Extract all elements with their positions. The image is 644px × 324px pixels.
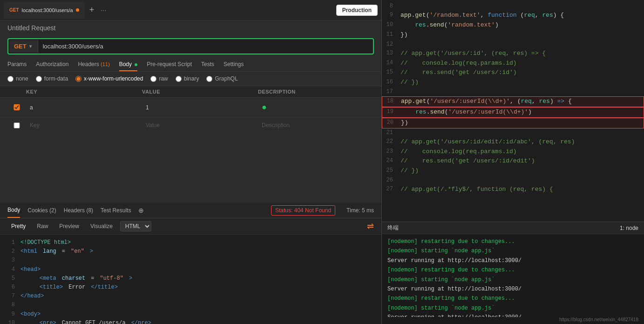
params-table: KEY VALUE DESCRIPTION a 1 ● Key Value De… xyxy=(0,86,381,203)
method-chevron-icon: ▼ xyxy=(28,44,33,49)
row2-key[interactable]: Key xyxy=(26,120,142,130)
term-line: [nodemon] restarting due to changes... xyxy=(387,294,638,303)
format-visualize[interactable]: Visualize xyxy=(87,222,116,231)
format-pretty[interactable]: Pretty xyxy=(7,222,29,231)
code-line: 10 <pre>Cannot GET /users/a</pre> xyxy=(7,319,374,324)
method-selector[interactable]: GET ▼ xyxy=(9,40,38,53)
code-editor: 8 9 app.get('/random.text', function (re… xyxy=(382,0,644,222)
code-line: 1<!DOCTYPE html> xyxy=(7,238,374,247)
tab-method-badge: GET xyxy=(9,7,19,13)
editor-line-15: 15 // res.send('get /users/:id') xyxy=(382,68,644,78)
option-graphql-label: GraphQL xyxy=(215,75,237,82)
term-line: [nodemon] restarting due to changes... xyxy=(387,265,638,275)
format-row: Pretty Raw Preview Visualize HTML JSON T… xyxy=(0,218,381,235)
editor-line-14: 14 // console.log(req.params.id) xyxy=(382,59,644,68)
term-line: [nodemon] starting `node app.js` xyxy=(387,246,638,256)
option-none-label: none xyxy=(16,75,28,82)
code-line: 3 xyxy=(7,256,374,265)
tab-settings[interactable]: Settings xyxy=(224,57,244,71)
tab-authorization[interactable]: Authorization xyxy=(36,57,68,71)
right-panel: 8 9 app.get('/random.text', function (re… xyxy=(382,0,644,324)
editor-line-18-highlighted: 18 app.get('/users/:userId(\\d+)', (req,… xyxy=(382,96,644,107)
editor-line-12: 12 xyxy=(382,40,644,49)
option-none[interactable]: none xyxy=(7,75,28,82)
term-line: [nodemon] starting `node app.js` xyxy=(387,304,638,313)
tab-params[interactable]: Params xyxy=(7,57,27,71)
option-binary[interactable]: binary xyxy=(176,75,199,82)
option-urlencoded[interactable]: x-www-form-urlencoded xyxy=(75,75,143,82)
code-line: 7</head> xyxy=(7,292,374,301)
tab-body[interactable]: Body xyxy=(119,57,138,71)
row1-description[interactable]: ● xyxy=(258,101,374,114)
row2-checkbox[interactable] xyxy=(7,122,26,128)
time-label: Time: 5 ms xyxy=(346,207,374,214)
col-checkbox xyxy=(7,89,26,94)
url-area: GET ▼ xyxy=(7,38,374,54)
resp-tab-tests[interactable]: Test Results xyxy=(101,203,131,217)
request-tab[interactable]: GET localhost:3000/users/a xyxy=(4,2,85,19)
table-header: KEY VALUE DESCRIPTION xyxy=(0,86,381,98)
editor-line-25: 25 // }) xyxy=(382,166,644,176)
editor-line-23: 23 // console.log(req.params.id) xyxy=(382,147,644,157)
col-key: KEY xyxy=(26,89,142,94)
resp-tab-cookies[interactable]: Cookies (2) xyxy=(27,203,56,217)
row2-value[interactable]: Value xyxy=(142,120,258,130)
globe-icon: ⊕ xyxy=(138,207,144,214)
code-line: 2<html lang="en"> xyxy=(7,247,374,256)
watermark: https://blog.csdn.net/weixin_44827418 xyxy=(380,316,642,323)
table-row: a 1 ● xyxy=(0,98,381,117)
editor-line-20-highlighted: 20 }) xyxy=(382,118,644,128)
more-tabs-button[interactable]: ··· xyxy=(99,7,108,14)
term-line: Server running at http://localhost:3000/ xyxy=(387,284,638,294)
code-line: 4<head> xyxy=(7,265,374,274)
option-raw[interactable]: raw xyxy=(150,75,168,82)
editor-line-10: 10 res.send('random.text') xyxy=(382,20,644,30)
method-label: GET xyxy=(14,43,27,50)
col-description: DESCRIPTION xyxy=(258,89,374,94)
option-binary-label: binary xyxy=(184,75,199,82)
table-row-empty: Key Value Description xyxy=(0,117,381,134)
option-graphql[interactable]: GraphQL xyxy=(206,75,237,82)
row1-value[interactable]: 1 xyxy=(142,102,258,113)
editor-line-9: 9 app.get('/random.text', function (req,… xyxy=(382,11,644,20)
tab-pre-request[interactable]: Pre-request Script xyxy=(147,57,192,71)
row2-description[interactable]: Description xyxy=(258,120,374,130)
format-type-select[interactable]: HTML JSON Text xyxy=(120,221,151,231)
row1-checkbox[interactable] xyxy=(7,104,26,110)
wrap-button[interactable]: ⇌ xyxy=(367,221,374,231)
format-preview[interactable]: Preview xyxy=(55,222,83,231)
editor-line-16: 16 // }) xyxy=(382,78,644,88)
format-raw[interactable]: Raw xyxy=(33,222,52,231)
tab-headers[interactable]: Headers (11) xyxy=(78,57,109,71)
editor-line-19-highlighted: 19 res.send('/users/:userId(\\d+)') xyxy=(382,107,644,118)
editor-line-24: 24 // res.send('get /users/:id/edit') xyxy=(382,156,644,166)
option-raw-label: raw xyxy=(159,75,168,82)
term-line: Server running at http://localhost:3000/ xyxy=(387,256,638,265)
request-tabs-row: Params Authorization Headers (11) Body P… xyxy=(0,57,381,72)
body-options-row: none form-data x-www-form-urlencoded raw… xyxy=(0,72,381,86)
option-urlencoded-label: x-www-form-urlencoded xyxy=(84,75,143,82)
option-form-data[interactable]: form-data xyxy=(36,75,68,82)
editor-line-26: 26 xyxy=(382,176,644,185)
row1-key[interactable]: a xyxy=(26,102,142,113)
add-tab-button[interactable]: + xyxy=(87,5,97,15)
production-button[interactable]: Production xyxy=(336,5,378,16)
url-input[interactable] xyxy=(38,40,372,53)
tab-tests[interactable]: Tests xyxy=(201,57,214,71)
code-line: 5 <meta charset="utf-8"> xyxy=(7,274,374,283)
status-badge: Status: 404 Not Found xyxy=(271,205,335,216)
terminal-tab[interactable]: 1: node xyxy=(620,225,638,231)
term-line: [nodemon] starting `node app.js` xyxy=(387,275,638,284)
term-line: [nodemon] restarting due to changes... xyxy=(387,237,638,246)
resp-tab-headers[interactable]: Headers (8) xyxy=(64,203,93,217)
response-area: Body Cookies (2) Headers (8) Test Result… xyxy=(0,203,381,324)
editor-line-27: 27 // app.get(/.*fly$/, function (req, r… xyxy=(382,185,644,195)
editor-line-11: 11 }) xyxy=(382,30,644,40)
col-value: VALUE xyxy=(142,89,258,94)
terminal: 终端 1: node [nodemon] restarting due to c… xyxy=(382,222,644,324)
request-title: Untitled Request xyxy=(0,20,381,35)
option-form-data-label: form-data xyxy=(44,75,68,82)
resp-tab-body[interactable]: Body xyxy=(7,203,20,218)
editor-line-22: 22 // app.get('/users/:id/edit/:id/abc',… xyxy=(382,137,644,147)
left-panel: GET localhost:3000/users/a + ··· Product… xyxy=(0,0,382,324)
